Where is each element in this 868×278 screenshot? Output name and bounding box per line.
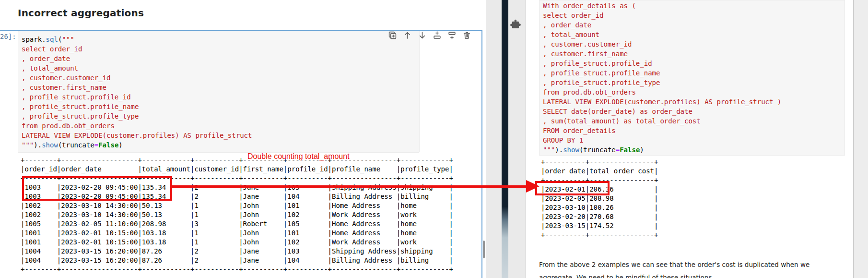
insert-cell-above-icon[interactable] — [433, 31, 441, 39]
insert-cell-below-icon[interactable] — [448, 31, 456, 39]
query-output-table-left: +--------+-------------------+----------… — [21, 156, 453, 274]
markdown-note: From the above 2 examples we can see tha… — [539, 258, 815, 278]
left-panel-scrollbar-thumb[interactable] — [483, 241, 485, 258]
delete-cell-icon[interactable] — [463, 31, 471, 39]
move-cell-up-icon[interactable] — [403, 31, 411, 39]
puzzle-piece-icon[interactable] — [510, 19, 521, 30]
annotation-arrow-line — [171, 185, 527, 188]
move-cell-down-icon[interactable] — [418, 31, 426, 39]
query-output-table-right: +----------+----------------+ |order_dat… — [541, 157, 658, 240]
cell-execution-prompt: 26]: — [0, 33, 16, 40]
duplicate-cell-icon[interactable] — [388, 31, 397, 39]
annotation-box-aggregated-row — [535, 181, 610, 195]
section-heading: Incorrect aggregations — [18, 7, 144, 19]
sql-code-left[interactable]: spark.sql("""select order_id, order_date… — [22, 35, 252, 150]
annotation-box-duplicated-rows — [22, 176, 172, 201]
cell-toolbar — [388, 31, 471, 39]
sql-code-right[interactable]: With order_details as (select order_id, … — [543, 1, 781, 155]
notebook-split-view: Incorrect aggregations 26]: spark.sql(""… — [0, 0, 868, 278]
right-panel-scrollbar-track[interactable] — [853, 0, 868, 278]
panel-divider-bar[interactable] — [502, 0, 508, 278]
annotation-label: Double counting total_amount — [247, 152, 350, 161]
